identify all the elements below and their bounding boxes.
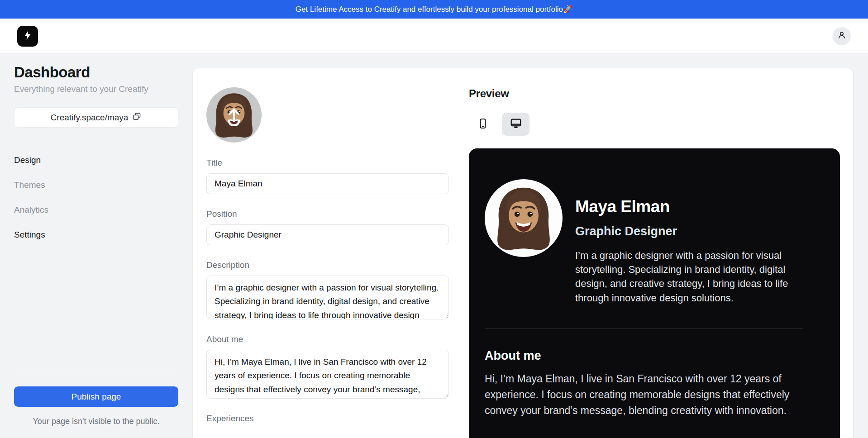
- preview-name: Maya Elman: [575, 197, 816, 216]
- description-textarea[interactable]: I’m a graphic designer with a passion fo…: [206, 276, 449, 319]
- position-label: Position: [206, 209, 449, 219]
- about-me-label: About me: [206, 334, 449, 344]
- preview-header-text: Maya Elman Graphic Designer I’m a graphi…: [575, 179, 816, 305]
- sidebar-item-design[interactable]: Design: [14, 155, 178, 166]
- promo-banner-text: Get Lifetime Access to Creatify and effo…: [296, 5, 572, 14]
- profile-form: Title Position Description I’m a graphic…: [206, 87, 449, 438]
- preview-about-text: Hi, I’m Maya Elman, I live in San Franci…: [485, 371, 816, 419]
- copy-icon: [132, 112, 142, 124]
- page-body: Dashboard Everything relevant to your Cr…: [0, 54, 868, 438]
- portfolio-preview-card: Maya Elman Graphic Designer I’m a graphi…: [469, 148, 840, 438]
- mobile-preview-button[interactable]: [469, 113, 496, 136]
- sidebar-item-settings[interactable]: Settings: [14, 229, 178, 240]
- experiences-label: Experiences: [206, 414, 449, 424]
- person-icon: [837, 30, 847, 42]
- promo-banner: Get Lifetime Access to Creatify and effo…: [0, 0, 868, 19]
- publish-visibility-note: Your page isn't visible to the public.: [14, 417, 178, 426]
- publish-page-button[interactable]: Publish page: [14, 386, 178, 407]
- sidebar-divider: [14, 373, 178, 373]
- page-url-text: Creatify.space/maya: [51, 113, 129, 123]
- preview-profile: Maya Elman Graphic Designer I’m a graphi…: [485, 179, 816, 305]
- account-button[interactable]: [833, 27, 851, 45]
- page-title: Dashboard: [14, 64, 178, 81]
- description-label: Description: [206, 260, 449, 270]
- preview-about-heading: About me: [485, 349, 816, 363]
- avatar-upload[interactable]: [206, 87, 262, 143]
- lightning-bolt-icon: [22, 30, 33, 43]
- sidebar: Dashboard Everything relevant to your Cr…: [0, 54, 192, 438]
- sidebar-item-themes[interactable]: Themes: [14, 180, 178, 190]
- sidebar-item-analytics[interactable]: Analytics: [14, 205, 178, 215]
- upload-arrow-icon: [206, 87, 262, 143]
- title-label: Title: [206, 158, 449, 168]
- desktop-preview-button[interactable]: [502, 113, 529, 136]
- monitor-icon: [510, 117, 522, 131]
- device-toggle: [469, 113, 840, 136]
- sidebar-footer: Publish page Your page isn't visible to …: [14, 373, 178, 426]
- preview-panel: Preview: [469, 87, 840, 438]
- page-url-copy[interactable]: Creatify.space/maya: [14, 107, 178, 128]
- about-me-textarea[interactable]: Hi, I’m Maya Elman, I live in San Franci…: [206, 350, 449, 399]
- title-input[interactable]: [206, 173, 449, 194]
- preview-role: Graphic Designer: [575, 224, 816, 238]
- position-input[interactable]: [206, 224, 449, 245]
- page-subtitle: Everything relevant to your Creatify: [14, 84, 178, 94]
- preview-description: I’m a graphic designer with a passion fo…: [575, 248, 816, 305]
- app-logo[interactable]: [17, 26, 38, 47]
- sidebar-nav: Design Themes Analytics Settings: [14, 155, 178, 240]
- preview-avatar: [485, 179, 563, 257]
- preview-title: Preview: [469, 87, 840, 100]
- app-header: [0, 19, 868, 54]
- dashboard-card: Title Position Description I’m a graphic…: [192, 68, 854, 438]
- smartphone-icon: [477, 118, 489, 131]
- preview-divider: [485, 328, 803, 329]
